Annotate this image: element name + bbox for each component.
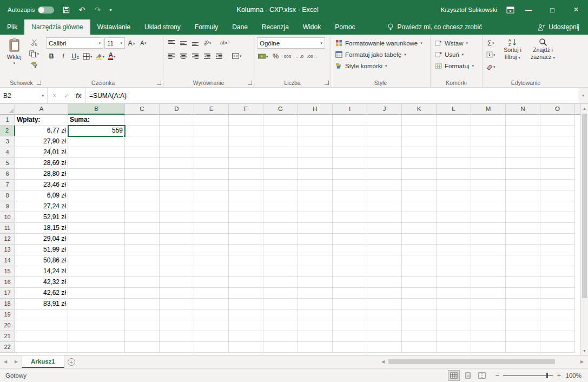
cell-C9[interactable]	[125, 201, 160, 212]
zoom-slider[interactable]	[503, 375, 553, 376]
cell-L8[interactable]	[437, 190, 471, 201]
cell-F1[interactable]	[229, 115, 263, 126]
cell-O11[interactable]	[540, 223, 575, 234]
cell-N6[interactable]	[506, 169, 540, 180]
cell-J8[interactable]	[367, 190, 402, 201]
autosum-button[interactable]: Σ▾	[485, 37, 497, 48]
cell-L22[interactable]	[437, 342, 471, 353]
format-as-table-button[interactable]: Formatuj jako tabelę ▾	[334, 49, 427, 60]
cell-M12[interactable]	[471, 234, 506, 245]
cell-E17[interactable]	[194, 288, 229, 299]
cell-C21[interactable]	[125, 331, 160, 342]
row-header-6[interactable]: 6	[0, 169, 15, 180]
column-header-F[interactable]: F	[229, 104, 263, 115]
cell-O20[interactable]	[540, 320, 575, 331]
cell-E15[interactable]	[194, 266, 229, 277]
cell-A22[interactable]	[15, 342, 68, 353]
cell-O6[interactable]	[540, 169, 575, 180]
cell-J9[interactable]	[367, 201, 402, 212]
cell-B18[interactable]	[68, 299, 125, 309]
cell-G8[interactable]	[263, 190, 298, 201]
cell-N13[interactable]	[506, 245, 540, 255]
cell-J5[interactable]	[367, 158, 402, 169]
increase-decimal-button[interactable]: ←.0	[294, 51, 305, 62]
cell-L16[interactable]	[437, 277, 471, 288]
cell-H7[interactable]	[298, 180, 333, 190]
cell-O13[interactable]	[540, 245, 575, 255]
cell-B16[interactable]	[68, 277, 125, 288]
column-header-G[interactable]: G	[263, 104, 298, 115]
cell-B17[interactable]	[68, 288, 125, 299]
cell-C18[interactable]	[125, 299, 160, 309]
ribbon-tab-file[interactable]: Plik	[0, 19, 24, 35]
cell-H14[interactable]	[298, 255, 333, 266]
cell-K17[interactable]	[402, 288, 437, 299]
cell-M18[interactable]	[471, 299, 506, 309]
cell-B4[interactable]	[68, 147, 125, 158]
cell-A9[interactable]: 27,24 zł	[15, 201, 68, 212]
orientation-button[interactable]: ab▾	[202, 37, 213, 48]
cell-M21[interactable]	[471, 331, 506, 342]
cell-F14[interactable]	[229, 255, 263, 266]
cell-K12[interactable]	[402, 234, 437, 245]
cell-O15[interactable]	[540, 266, 575, 277]
cell-J4[interactable]	[367, 147, 402, 158]
save-button[interactable]	[60, 3, 73, 17]
cell-H6[interactable]	[298, 169, 333, 180]
cell-A17[interactable]: 42,62 zł	[15, 288, 68, 299]
column-header-N[interactable]: N	[506, 104, 540, 115]
font-size-select[interactable]: 11 ▾	[104, 37, 125, 49]
minimize-button[interactable]: —	[517, 0, 540, 19]
cell-L3[interactable]	[437, 136, 471, 147]
column-header-A[interactable]: A	[15, 104, 68, 115]
cell-M6[interactable]	[471, 169, 506, 180]
cell-D15[interactable]	[160, 266, 194, 277]
cell-J16[interactable]	[367, 277, 402, 288]
cell-C17[interactable]	[125, 288, 160, 299]
cell-O9[interactable]	[540, 201, 575, 212]
cell-C10[interactable]	[125, 212, 160, 223]
cell-D5[interactable]	[160, 158, 194, 169]
row-header-19[interactable]: 19	[0, 309, 15, 320]
undo-button[interactable]: ↶	[76, 3, 89, 17]
cell-L1[interactable]	[437, 115, 471, 126]
cell-N3[interactable]	[506, 136, 540, 147]
grow-font-button[interactable]: A▴	[126, 38, 137, 49]
cell-A15[interactable]: 14,24 zł	[15, 266, 68, 277]
vertical-scroll-thumb[interactable]	[582, 114, 587, 298]
cell-B13[interactable]	[68, 245, 125, 255]
cell-C1[interactable]	[125, 115, 160, 126]
cell-B6[interactable]	[68, 169, 125, 180]
row-header-1[interactable]: 1	[0, 115, 15, 126]
cell-F15[interactable]	[229, 266, 263, 277]
cell-B5[interactable]	[68, 158, 125, 169]
cell-B12[interactable]	[68, 234, 125, 245]
cell-O21[interactable]	[540, 331, 575, 342]
cell-M2[interactable]	[471, 126, 506, 136]
cell-E4[interactable]	[194, 147, 229, 158]
row-header-13[interactable]: 13	[0, 245, 15, 255]
sort-filter-button[interactable]: AZ Sortuj i filtruj ▾	[499, 37, 527, 72]
percent-style-button[interactable]: %	[270, 51, 281, 62]
cell-A4[interactable]: 24,01 zł	[15, 147, 68, 158]
cell-I14[interactable]	[333, 255, 367, 266]
cell-M20[interactable]	[471, 320, 506, 331]
cell-I1[interactable]	[333, 115, 367, 126]
row-header-7[interactable]: 7	[0, 180, 15, 190]
cell-J11[interactable]	[367, 223, 402, 234]
cell-E3[interactable]	[194, 136, 229, 147]
cell-A20[interactable]	[15, 320, 68, 331]
row-header-21[interactable]: 21	[0, 331, 15, 342]
cell-L11[interactable]	[437, 223, 471, 234]
cell-I8[interactable]	[333, 190, 367, 201]
cell-O2[interactable]	[540, 126, 575, 136]
cell-J1[interactable]	[367, 115, 402, 126]
cell-L4[interactable]	[437, 147, 471, 158]
cell-K16[interactable]	[402, 277, 437, 288]
share-button[interactable]: Udostępnij	[538, 19, 588, 35]
format-painter-button[interactable]	[28, 60, 40, 70]
page-layout-view-button[interactable]	[462, 370, 474, 381]
decrease-decimal-button[interactable]: .00→	[306, 51, 319, 62]
clipboard-dialog-launcher[interactable]	[37, 81, 41, 85]
column-header-H[interactable]: H	[298, 104, 333, 115]
